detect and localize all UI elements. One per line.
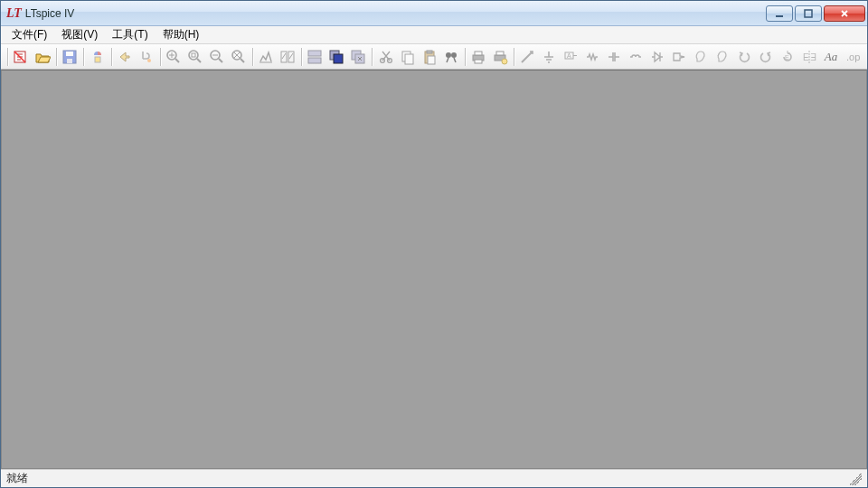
mirror-button[interactable] [798, 46, 820, 68]
text-button[interactable]: Aa [820, 46, 842, 68]
setup-button[interactable] [489, 46, 511, 68]
copy-icon [400, 49, 416, 65]
new-schematic-icon [13, 49, 29, 65]
menubar: 文件(F) 视图(V) 工具(T) 帮助(H) [1, 26, 867, 44]
move-button[interactable] [690, 46, 712, 68]
capacitor-button[interactable] [603, 46, 625, 68]
zoom-out-button[interactable] [206, 46, 228, 68]
menu-tools[interactable]: 工具(T) [105, 26, 155, 43]
mdi-workspace[interactable] [1, 70, 867, 469]
toolbar: Aa [1, 44, 867, 70]
cascade-icon [328, 49, 344, 65]
pan-icon [187, 49, 203, 65]
rotate-button[interactable] [777, 46, 798, 68]
window-title: LTspice IV [25, 7, 74, 20]
zoom-out-icon [209, 49, 225, 65]
zoom-in-icon [165, 49, 182, 65]
print-icon [470, 49, 486, 65]
move-icon [693, 49, 709, 65]
ground-button[interactable] [538, 46, 560, 68]
titlebar[interactable]: LT LTspice IV [1, 1, 867, 26]
redo-button[interactable] [755, 46, 777, 68]
save-icon [61, 49, 78, 65]
statusbar: 就绪 [1, 469, 867, 487]
open-button[interactable] [32, 46, 53, 68]
component-button[interactable] [668, 46, 690, 68]
maximize-button[interactable] [795, 5, 822, 22]
undo-button[interactable] [733, 46, 755, 68]
drag-icon [714, 49, 731, 65]
undo-icon [736, 49, 752, 65]
autorange-button[interactable] [255, 46, 277, 68]
capacitor-icon [606, 49, 622, 65]
copy-button[interactable] [397, 46, 419, 68]
pan-button[interactable] [184, 46, 206, 68]
draw-wire-icon [519, 49, 535, 65]
close-button[interactable] [824, 5, 865, 22]
diode-icon [649, 49, 665, 65]
resistor-icon [584, 49, 600, 65]
window-controls [766, 5, 865, 22]
drag-button[interactable] [712, 46, 733, 68]
svg-rect-1 [805, 10, 812, 17]
inductor-button[interactable] [625, 46, 646, 68]
paste-button[interactable] [419, 46, 440, 68]
halt-button[interactable] [136, 46, 157, 68]
app-window: LT LTspice IV 文件(F) 视图(V) 工具(T) 帮助(H) Aa… [0, 0, 868, 488]
status-text: 就绪 [6, 471, 28, 486]
zoom-fit-button[interactable] [228, 46, 250, 68]
ground-icon [541, 49, 557, 65]
open-icon [34, 49, 51, 65]
menu-file[interactable]: 文件(F) [5, 26, 54, 43]
component-icon [671, 49, 687, 65]
menu-help[interactable]: 帮助(H) [156, 26, 207, 43]
draw-wire-button[interactable] [516, 46, 538, 68]
mirror-icon [801, 49, 817, 65]
cut-button[interactable] [375, 46, 397, 68]
run-icon [117, 49, 133, 65]
redo-icon [758, 49, 774, 65]
toggle-plot-icon [279, 49, 296, 65]
cut-icon [378, 49, 394, 65]
find-icon [443, 49, 459, 65]
save-button[interactable] [59, 46, 80, 68]
cascade-button[interactable] [326, 46, 347, 68]
text-icon: Aa [825, 50, 837, 64]
menu-view[interactable]: 视图(V) [54, 26, 105, 43]
control-panel-button[interactable] [87, 46, 108, 68]
find-button[interactable] [440, 46, 462, 68]
paste-icon [421, 49, 438, 65]
control-panel-icon [90, 49, 106, 65]
rotate-icon [779, 49, 796, 65]
resize-grip-icon[interactable] [849, 473, 862, 485]
zoom-fit-icon [231, 49, 247, 65]
resistor-button[interactable] [581, 46, 603, 68]
autorange-icon [258, 49, 274, 65]
zoom-in-button[interactable] [163, 46, 184, 68]
minimize-button[interactable] [766, 5, 793, 22]
tile-button[interactable] [304, 46, 326, 68]
spice-directive-button[interactable] [842, 46, 863, 68]
toggle-plot-button[interactable] [277, 46, 298, 68]
close-all-icon [350, 49, 366, 65]
setup-icon [492, 49, 508, 65]
new-schematic-button[interactable] [10, 46, 32, 68]
close-all-button[interactable] [347, 46, 369, 68]
diode-button[interactable] [646, 46, 668, 68]
app-logo-icon: LT [6, 6, 22, 21]
halt-icon [138, 49, 155, 65]
tile-icon [307, 49, 323, 65]
print-button[interactable] [467, 46, 489, 68]
label-net-icon [562, 49, 579, 65]
label-net-button[interactable] [560, 46, 581, 68]
inductor-icon [627, 49, 644, 65]
spice-directive-icon [844, 49, 861, 65]
run-button[interactable] [114, 46, 136, 68]
